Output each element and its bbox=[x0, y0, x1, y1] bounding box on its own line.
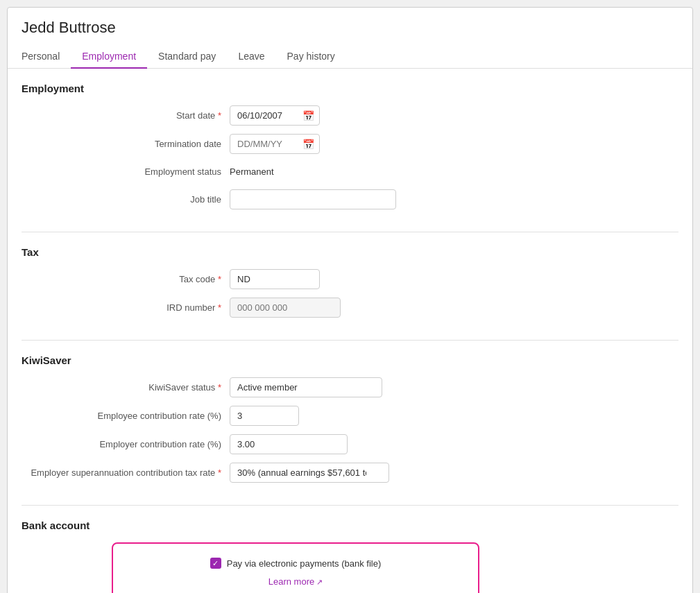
employer-contrib-label: Employer contribution rate (%) bbox=[22, 439, 230, 449]
ird-number-row: IRD number * bbox=[22, 298, 678, 318]
esct-label: Employer superannuation contribution tax… bbox=[22, 467, 230, 478]
bank-account-box: ✓ Pay via electronic payments (bank file… bbox=[112, 542, 479, 593]
learn-more-link[interactable]: Learn more↗ bbox=[268, 576, 323, 587]
tab-standard-pay[interactable]: Standard pay bbox=[147, 45, 227, 69]
kiwisaver-status-label: KiwiSaver status * bbox=[22, 382, 230, 393]
tab-leave[interactable]: Leave bbox=[227, 45, 275, 69]
start-date-label: Start date * bbox=[22, 110, 230, 121]
bank-account-section-title: Bank account bbox=[22, 519, 678, 531]
tab-personal[interactable]: Personal bbox=[22, 45, 71, 69]
termination-date-row: Termination date 📅 bbox=[22, 134, 678, 154]
employment-status-value-wrapper: Permanent bbox=[230, 162, 274, 181]
employment-section-title: Employment bbox=[22, 83, 678, 94]
tab-employment[interactable]: Employment bbox=[71, 45, 147, 69]
employment-section: Employment Start date * 📅 Termination da… bbox=[22, 69, 678, 232]
pay-electronic-wrapper: ✓ Pay via electronic payments (bank file… bbox=[210, 558, 382, 569]
esct-select[interactable]: 30% (annual earnings $57,601 to $84... 1… bbox=[230, 463, 389, 483]
tab-bar: Personal Employment Standard pay Leave P… bbox=[22, 45, 678, 68]
employment-status-row: Employment status Permanent bbox=[22, 162, 678, 181]
kiwisaver-section-title: KiwiSaver bbox=[22, 354, 678, 366]
learn-more-row: Learn more↗ bbox=[134, 576, 457, 587]
tax-code-wrapper: ND M ME SB S SH ST SA bbox=[230, 269, 320, 289]
tax-code-label: Tax code * bbox=[22, 274, 230, 284]
employee-contrib-row: Employee contribution rate (%) 3 4 6 8 1… bbox=[22, 406, 678, 426]
employment-status-value: Permanent bbox=[230, 162, 274, 181]
job-title-wrapper bbox=[230, 189, 396, 209]
employee-contrib-select[interactable]: 3 4 6 8 10 bbox=[230, 406, 299, 426]
checkmark-icon: ✓ bbox=[212, 560, 219, 567]
job-title-label: Job title bbox=[22, 194, 230, 205]
tax-section: Tax Tax code * ND M ME SB S SH ST SA bbox=[22, 232, 678, 341]
tab-pay-history[interactable]: Pay history bbox=[276, 45, 346, 69]
content-area: Employment Start date * 📅 Termination da… bbox=[8, 69, 692, 593]
employer-contrib-wrapper bbox=[230, 434, 348, 454]
pay-electronic-row: ✓ Pay via electronic payments (bank file… bbox=[134, 558, 457, 569]
employer-contrib-row: Employer contribution rate (%) bbox=[22, 434, 678, 454]
esct-row: Employer superannuation contribution tax… bbox=[22, 463, 678, 483]
employee-contrib-label: Employee contribution rate (%) bbox=[22, 411, 230, 421]
kiwisaver-status-row: KiwiSaver status * Active member Opt out… bbox=[22, 377, 678, 397]
external-link-icon: ↗ bbox=[316, 578, 323, 586]
employment-status-label: Employment status bbox=[22, 166, 230, 177]
ird-number-input[interactable] bbox=[230, 298, 341, 318]
termination-date-input[interactable] bbox=[230, 134, 320, 154]
kiwisaver-section: KiwiSaver KiwiSaver status * Active memb… bbox=[22, 341, 678, 506]
job-title-input[interactable] bbox=[230, 189, 396, 209]
start-date-wrapper: 📅 bbox=[230, 105, 320, 126]
page-container: Jedd Buttrose Personal Employment Standa… bbox=[7, 7, 693, 593]
ird-number-wrapper bbox=[230, 298, 341, 318]
ird-number-label: IRD number * bbox=[22, 302, 230, 313]
bank-account-section: Bank account ✓ Pay via electronic paymen… bbox=[22, 506, 678, 593]
page-header: Jedd Buttrose Personal Employment Standa… bbox=[8, 8, 692, 69]
pay-electronic-label: Pay via electronic payments (bank file) bbox=[227, 558, 382, 569]
page-title: Jedd Buttrose bbox=[22, 19, 678, 37]
employee-contrib-wrapper: 3 4 6 8 10 bbox=[230, 406, 299, 426]
pay-electronic-checkbox[interactable]: ✓ bbox=[210, 558, 221, 569]
employer-contrib-input[interactable] bbox=[230, 434, 348, 454]
kiwisaver-status-wrapper: Active member Opt out Non-KiwiSaver Exem… bbox=[230, 377, 382, 397]
termination-date-label: Termination date bbox=[22, 139, 230, 149]
tax-code-row: Tax code * ND M ME SB S SH ST SA bbox=[22, 269, 678, 289]
tax-section-title: Tax bbox=[22, 246, 678, 258]
esct-wrapper: 30% (annual earnings $57,601 to $84... 1… bbox=[230, 463, 389, 483]
start-date-row: Start date * 📅 bbox=[22, 105, 678, 126]
job-title-row: Job title bbox=[22, 189, 678, 209]
tax-code-select[interactable]: ND M ME SB S SH ST SA bbox=[230, 269, 320, 289]
kiwisaver-status-select[interactable]: Active member Opt out Non-KiwiSaver Exem… bbox=[230, 377, 382, 397]
start-date-input[interactable] bbox=[230, 105, 320, 126]
termination-date-wrapper: 📅 bbox=[230, 134, 320, 154]
